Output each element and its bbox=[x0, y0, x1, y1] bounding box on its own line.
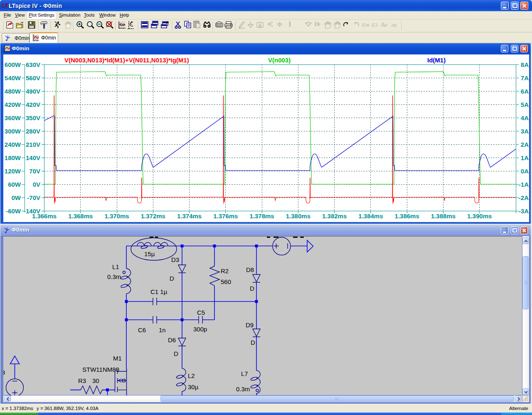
svg-text:D: D bbox=[250, 285, 254, 292]
svg-text:1.388ms: 1.388ms bbox=[431, 212, 456, 220]
svg-text:0A: 0A bbox=[521, 168, 529, 175]
svg-text:1.382ms: 1.382ms bbox=[322, 212, 347, 220]
svg-text:70V: 70V bbox=[29, 168, 40, 175]
svg-text:L7: L7 bbox=[241, 370, 248, 377]
svg-text:30µ: 30µ bbox=[188, 383, 199, 390]
svg-text:-3A: -3A bbox=[519, 208, 529, 215]
svg-text:C5: C5 bbox=[197, 309, 205, 316]
svg-text:Aa: Aa bbox=[380, 22, 387, 28]
svg-text:5A: 5A bbox=[521, 101, 529, 108]
svg-text:Id(M1): Id(M1) bbox=[427, 57, 446, 64]
svg-text:7A: 7A bbox=[521, 74, 529, 82]
svg-text:30: 30 bbox=[92, 377, 99, 384]
svg-text:D: D bbox=[170, 275, 174, 282]
svg-text:480W: 480W bbox=[5, 88, 21, 95]
svg-text:0.3m: 0.3m bbox=[107, 273, 121, 280]
svg-text:15µ: 15µ bbox=[144, 250, 155, 257]
svg-text:D6: D6 bbox=[168, 336, 176, 343]
svg-text:'3: '3 bbox=[3, 369, 5, 376]
svg-text:0V: 0V bbox=[33, 181, 40, 188]
svg-text:Em: Em bbox=[362, 22, 369, 28]
svg-text:-1A: -1A bbox=[519, 181, 529, 188]
svg-text:D9: D9 bbox=[246, 321, 254, 329]
svg-text:60W: 60W bbox=[8, 181, 21, 188]
svg-text:V(n003): V(n003) bbox=[268, 57, 291, 64]
svg-text:1.372ms: 1.372ms bbox=[141, 212, 165, 220]
svg-text:120W: 120W bbox=[5, 168, 21, 175]
svg-text:560: 560 bbox=[221, 278, 231, 285]
svg-text:1.386ms: 1.386ms bbox=[395, 212, 419, 220]
svg-text:240W: 240W bbox=[5, 141, 21, 148]
svg-text:1.384ms: 1.384ms bbox=[358, 212, 383, 220]
svg-text:C1 1µ: C1 1µ bbox=[150, 288, 167, 295]
svg-text:1.380ms: 1.380ms bbox=[286, 212, 310, 220]
svg-text:560V: 560V bbox=[26, 74, 40, 82]
svg-text:1.368ms: 1.368ms bbox=[68, 212, 93, 220]
svg-text:420W: 420W bbox=[5, 101, 21, 108]
svg-text:D: D bbox=[251, 339, 255, 346]
svg-text:1.378ms: 1.378ms bbox=[250, 212, 274, 220]
svg-text:0.3m: 0.3m bbox=[236, 385, 250, 393]
svg-text:2A: 2A bbox=[521, 141, 529, 148]
svg-text:490V: 490V bbox=[26, 88, 40, 95]
svg-text:0W: 0W bbox=[12, 194, 21, 201]
svg-text:600W: 600W bbox=[5, 61, 21, 68]
svg-text:8A: 8A bbox=[521, 61, 529, 68]
svg-text:210V: 210V bbox=[26, 141, 40, 148]
svg-text:V(N003,N013)*Id(M1)+V(N011,N01: V(N003,N013)*Id(M1)+V(N011,N013)*Ig(M1) bbox=[64, 57, 189, 64]
svg-text:L2: L2 bbox=[188, 372, 195, 379]
svg-text:300p: 300p bbox=[193, 326, 207, 333]
svg-text:1.374ms: 1.374ms bbox=[177, 212, 202, 220]
svg-text:STW11NM80: STW11NM80 bbox=[82, 366, 119, 373]
svg-text:420V: 420V bbox=[26, 101, 40, 108]
svg-text:300W: 300W bbox=[5, 128, 21, 135]
svg-text:280V: 280V bbox=[26, 128, 40, 135]
svg-text:LT: LT bbox=[1, 2, 9, 8]
svg-text:-60W: -60W bbox=[6, 208, 21, 215]
svg-text:M1: M1 bbox=[113, 355, 122, 362]
svg-text:540W: 540W bbox=[5, 74, 21, 82]
svg-text:360W: 360W bbox=[5, 114, 21, 121]
svg-text:630V: 630V bbox=[26, 61, 40, 68]
svg-text:4A: 4A bbox=[521, 114, 529, 121]
svg-text:D3: D3 bbox=[171, 256, 179, 263]
svg-text:R2: R2 bbox=[221, 267, 229, 274]
svg-text:6A: 6A bbox=[521, 88, 529, 95]
svg-text:1.376ms: 1.376ms bbox=[213, 212, 238, 220]
svg-text:1.370ms: 1.370ms bbox=[104, 212, 129, 220]
svg-text:3A: 3A bbox=[521, 128, 529, 135]
svg-text:D: D bbox=[174, 350, 178, 357]
svg-text:C6: C6 bbox=[138, 326, 146, 333]
svg-text:1.390ms: 1.390ms bbox=[467, 212, 492, 220]
svg-text:.op: .op bbox=[390, 22, 397, 27]
svg-text:180W: 180W bbox=[5, 154, 21, 161]
svg-text:-2A: -2A bbox=[519, 194, 529, 201]
svg-text:1.366ms: 1.366ms bbox=[32, 212, 57, 220]
svg-text:-70V: -70V bbox=[27, 194, 40, 201]
svg-text:R3: R3 bbox=[78, 377, 86, 384]
svg-text:140V: 140V bbox=[26, 154, 40, 161]
svg-text:E3: E3 bbox=[371, 22, 378, 28]
svg-text:350V: 350V bbox=[26, 114, 40, 121]
svg-text:1A: 1A bbox=[521, 154, 529, 161]
svg-text:L1: L1 bbox=[112, 263, 119, 270]
svg-text:D8: D8 bbox=[246, 266, 254, 273]
svg-text:1n: 1n bbox=[159, 326, 166, 333]
